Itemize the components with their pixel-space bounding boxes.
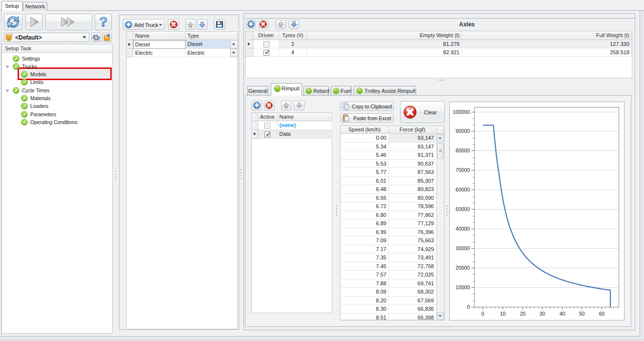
- svg-text:?: ?: [99, 14, 107, 29]
- svg-text:80000: 80000: [456, 148, 470, 153]
- svg-text:100000: 100000: [453, 109, 470, 115]
- svg-text:50: 50: [579, 311, 585, 317]
- svg-text:30000: 30000: [456, 245, 470, 251]
- svg-text:70000: 70000: [456, 167, 470, 173]
- svg-text:40: 40: [560, 311, 565, 317]
- svg-text:0: 0: [467, 304, 470, 310]
- svg-text:20000: 20000: [456, 265, 470, 271]
- svg-text:10000: 10000: [456, 284, 470, 290]
- svg-text:20: 20: [520, 311, 526, 317]
- svg-text:90000: 90000: [456, 128, 470, 134]
- svg-text:40000: 40000: [456, 226, 470, 232]
- svg-text:50000: 50000: [456, 206, 470, 212]
- svg-text:60000: 60000: [456, 187, 470, 192]
- svg-text:10: 10: [500, 311, 506, 317]
- svg-text:0: 0: [482, 311, 484, 317]
- svg-text:60: 60: [599, 311, 605, 317]
- svg-text:30: 30: [540, 311, 545, 317]
